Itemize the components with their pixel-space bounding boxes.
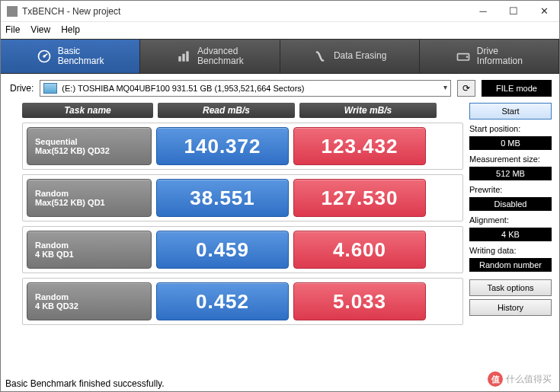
minimize-button[interactable]: ─ bbox=[468, 1, 498, 22]
table-row: Random 4 KB QD1 0.459 4.600 bbox=[22, 226, 463, 273]
read-value: 0.459 bbox=[156, 231, 289, 269]
read-value: 38.551 bbox=[156, 179, 289, 217]
tab-basic-benchmark[interactable]: Basic Benchmark bbox=[1, 40, 140, 73]
tab-bar: Basic Benchmark Advanced Benchmark Data … bbox=[1, 39, 559, 74]
read-value: 0.452 bbox=[156, 282, 289, 320]
svg-point-6 bbox=[466, 56, 469, 59]
read-value: 140.372 bbox=[156, 127, 289, 165]
table-row: Random Max(512 KB) QD1 38.551 127.530 bbox=[22, 174, 463, 221]
refresh-icon: ⟳ bbox=[462, 83, 470, 94]
menu-help[interactable]: Help bbox=[61, 24, 80, 35]
write-value: 127.530 bbox=[293, 179, 426, 217]
task-button[interactable]: Random Max(512 KB) QD1 bbox=[27, 179, 152, 217]
gauge-icon bbox=[37, 49, 52, 64]
window-title: TxBENCH - New project bbox=[22, 6, 120, 17]
task-button[interactable]: Random 4 KB QD32 bbox=[27, 282, 152, 320]
title-bar: TxBENCH - New project ─ ☐ ✕ bbox=[1, 1, 559, 22]
header-read: Read mB/s bbox=[158, 103, 295, 118]
app-icon bbox=[7, 6, 18, 17]
drive-label: Drive: bbox=[10, 83, 34, 94]
tab-label: Drive Information bbox=[477, 46, 523, 66]
tab-advanced-benchmark[interactable]: Advanced Benchmark bbox=[140, 40, 280, 73]
benchmark-table: Task name Read mB/s Write mB/s Sequentia… bbox=[22, 103, 463, 330]
history-button[interactable]: History bbox=[469, 299, 552, 316]
start-button[interactable]: Start bbox=[469, 103, 552, 120]
prewrite-value[interactable]: Disabled bbox=[469, 197, 552, 211]
drive-selected-text: (E:) TOSHIBA MQ04UBF100 931.51 GB (1,953… bbox=[62, 84, 304, 93]
tab-label: Data Erasing bbox=[334, 51, 386, 61]
refresh-button[interactable]: ⟳ bbox=[457, 80, 475, 97]
task-button[interactable]: Random 4 KB QD1 bbox=[27, 231, 152, 269]
menu-file[interactable]: File bbox=[5, 24, 20, 35]
svg-rect-4 bbox=[186, 51, 188, 61]
start-position-label: Start position: bbox=[469, 124, 552, 133]
alignment-value[interactable]: 4 KB bbox=[469, 228, 552, 241]
write-value: 123.432 bbox=[293, 127, 426, 165]
tab-data-erasing[interactable]: Data Erasing bbox=[280, 40, 420, 73]
header-write: Write mB/s bbox=[299, 103, 437, 118]
writing-data-value[interactable]: Random number bbox=[469, 258, 552, 272]
task-button[interactable]: Sequential Max(512 KB) QD32 bbox=[27, 127, 152, 165]
drive-icon bbox=[456, 49, 471, 64]
erase-icon bbox=[312, 49, 328, 64]
tab-label: Basic Benchmark bbox=[58, 46, 104, 66]
close-button[interactable]: ✕ bbox=[529, 1, 559, 22]
hdd-icon bbox=[43, 83, 57, 94]
tab-drive-information[interactable]: Drive Information bbox=[420, 40, 559, 73]
tab-label: Advanced Benchmark bbox=[197, 46, 244, 66]
writing-data-label: Writing data: bbox=[469, 246, 552, 255]
svg-rect-3 bbox=[182, 54, 184, 62]
write-value: 5.033 bbox=[293, 282, 426, 320]
svg-rect-2 bbox=[178, 56, 181, 62]
file-mode-indicator[interactable]: FILE mode bbox=[482, 80, 552, 97]
alignment-label: Alignment: bbox=[469, 215, 552, 225]
status-bar: Basic Benchmark finished successfully. bbox=[5, 378, 165, 389]
watermark: 值 什么值得买 bbox=[488, 371, 552, 387]
svg-point-1 bbox=[43, 55, 45, 57]
maximize-button[interactable]: ☐ bbox=[498, 1, 529, 22]
start-position-value[interactable]: 0 MB bbox=[469, 136, 552, 150]
watermark-icon: 值 bbox=[488, 371, 503, 387]
measurement-size-label: Measurement size: bbox=[469, 155, 552, 164]
menu-bar: File View Help bbox=[1, 22, 559, 37]
write-value: 4.600 bbox=[293, 231, 426, 269]
prewrite-label: Prewrite: bbox=[469, 185, 552, 194]
task-options-button[interactable]: Task options bbox=[469, 279, 552, 296]
table-row: Random 4 KB QD32 0.452 5.033 bbox=[22, 278, 463, 325]
sidebar: Start Start position: 0 MB Measurement s… bbox=[469, 103, 552, 330]
drive-selector-row: Drive: (E:) TOSHIBA MQ04UBF100 931.51 GB… bbox=[1, 74, 559, 103]
bars-icon bbox=[176, 49, 191, 64]
table-row: Sequential Max(512 KB) QD32 140.372 123.… bbox=[22, 123, 463, 170]
drive-select[interactable]: (E:) TOSHIBA MQ04UBF100 931.51 GB (1,953… bbox=[40, 80, 451, 97]
measurement-size-value[interactable]: 512 MB bbox=[469, 167, 552, 180]
header-task: Task name bbox=[22, 103, 153, 118]
menu-view[interactable]: View bbox=[30, 24, 50, 35]
